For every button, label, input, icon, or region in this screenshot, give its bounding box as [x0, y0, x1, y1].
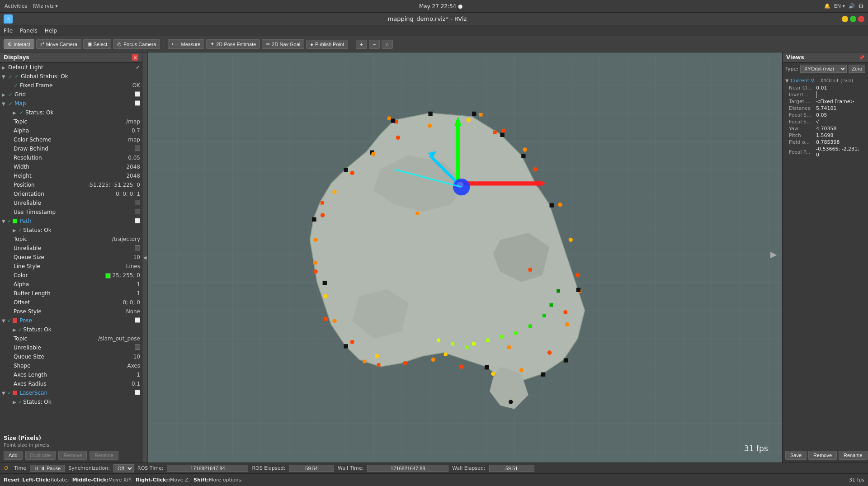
list-item[interactable]: Queue Size 10	[0, 253, 142, 262]
toolbar-plus-button[interactable]: +	[356, 40, 367, 49]
list-item[interactable]: ▶ Default Light ✓	[0, 63, 142, 72]
reset-label[interactable]: Reset	[4, 477, 19, 483]
checkbox[interactable]	[135, 209, 140, 214]
list-item[interactable]: ▼ ✓ Path	[0, 217, 142, 226]
list-item[interactable]: Queue Size 10	[0, 352, 142, 361]
publish-point-button[interactable]: ● Publish Point	[306, 40, 348, 49]
list-item[interactable]: Position -51.225; -51.225; 0	[0, 180, 142, 189]
viewport[interactable]: 31 fps ▶	[148, 52, 782, 462]
list-item[interactable]: ▶ ✓ Status: Ok	[0, 108, 142, 117]
expand-icon[interactable]: ▼	[2, 219, 7, 224]
panel-collapse-arrow[interactable]: ◀	[142, 52, 148, 462]
list-item[interactable]: Width 2048	[0, 162, 142, 171]
add-button[interactable]: Add	[4, 451, 23, 460]
list-item[interactable]: Color 25; 255; 0	[0, 271, 142, 280]
list-item[interactable]: Draw Behind	[0, 144, 142, 153]
pause-button[interactable]: ⏸ ⏸ Pause	[30, 465, 65, 472]
move-camera-button[interactable]: ⇄ Move Camera	[36, 39, 81, 49]
ros-time-field[interactable]	[167, 465, 248, 472]
interact-button[interactable]: ⊕ Interact	[4, 39, 34, 49]
list-item[interactable]: Pose Style None	[0, 307, 142, 316]
expand-icon[interactable]: ▶	[2, 65, 7, 70]
list-item[interactable]: Buffer Length 1	[0, 289, 142, 298]
list-item[interactable]: Unreliable	[0, 244, 142, 253]
views-rename-button[interactable]: Rename	[839, 451, 868, 460]
list-item[interactable]: ▶ ✓ Status: Ok	[0, 397, 142, 406]
list-item[interactable]: Alpha 0.7	[0, 126, 142, 135]
app-indicator[interactable]: RViz rviz ▾	[33, 3, 58, 9]
expand-icon[interactable]: ▶	[13, 327, 18, 332]
menu-file[interactable]: File	[4, 28, 13, 34]
menu-help[interactable]: Help	[45, 28, 57, 34]
toolbar-minus-button[interactable]: −	[369, 40, 380, 49]
checkbox[interactable]	[135, 317, 140, 323]
checkbox[interactable]	[135, 200, 140, 205]
checkbox[interactable]	[135, 344, 140, 350]
duplicate-button[interactable]: Duplicate	[25, 451, 56, 460]
displays-scroll[interactable]: ▶ Default Light ✓ ▼ ✓ ✓ Global Status: O…	[0, 63, 142, 432]
list-item[interactable]: Alpha 1	[0, 280, 142, 289]
focus-camera-button[interactable]: ◎ Focus Camera	[113, 39, 160, 49]
checkbox[interactable]	[816, 91, 817, 98]
checkbox[interactable]	[135, 245, 140, 250]
expand-icon[interactable]: ▼	[2, 391, 7, 396]
list-item[interactable]: ▶ ✓ Grid	[0, 90, 142, 99]
remove-button[interactable]: Remove	[58, 451, 87, 460]
list-item[interactable]: Use Timestamp	[0, 208, 142, 217]
list-item[interactable]: ▼ ✓ ✓ Global Status: Ok	[0, 72, 142, 81]
wall-elapsed-field[interactable]	[489, 465, 534, 472]
checkbox[interactable]	[135, 91, 140, 97]
list-item[interactable]: Topic /map	[0, 117, 142, 126]
list-item[interactable]: Orientation 0; 0; 0; 1	[0, 189, 142, 198]
checkbox[interactable]	[135, 100, 140, 106]
ros-elapsed-field[interactable]	[289, 465, 334, 472]
expand-icon[interactable]: ▼	[2, 318, 7, 323]
pose-estimate-button[interactable]: ✦ 2D Pose Estimate	[206, 39, 260, 49]
list-item[interactable]: Height 2048	[0, 171, 142, 180]
wall-time-field[interactable]	[367, 465, 448, 472]
views-zero-button[interactable]: Zero	[849, 65, 865, 73]
nav-goal-button[interactable]: ⇨ 2D Nav Goal	[262, 39, 304, 49]
list-item[interactable]: Line Style Lines	[0, 262, 142, 271]
list-item[interactable]: ✓ Fixed Frame OK	[0, 81, 142, 90]
list-item[interactable]: ▼ ✓ Pose	[0, 316, 142, 325]
list-item[interactable]: Offset 0; 0; 0	[0, 298, 142, 307]
toolbar-home-button[interactable]: ⌂	[382, 40, 393, 49]
close-button[interactable]	[858, 16, 864, 22]
list-item[interactable]: Axes Length 1	[0, 370, 142, 379]
list-item[interactable]: Topic /trajectory	[0, 235, 142, 244]
activities-label[interactable]: Activities	[5, 3, 27, 9]
list-item[interactable]: Resolution 0.05	[0, 153, 142, 162]
expand-icon[interactable]: ▶	[13, 228, 18, 233]
checkbox[interactable]	[135, 218, 140, 223]
list-item[interactable]: Topic /slam_out_pose	[0, 334, 142, 343]
list-item[interactable]: Shape Axes	[0, 361, 142, 370]
current-view-header[interactable]: ▼ Current V... XYOrbit (rviz)	[785, 77, 865, 85]
menu-panels[interactable]: Panels	[20, 28, 38, 34]
window-controls[interactable]	[842, 16, 864, 22]
list-item[interactable]: Axes Radius 0.1	[0, 379, 142, 388]
minimize-button[interactable]	[842, 16, 848, 22]
views-remove-button[interactable]: Remove	[808, 451, 837, 460]
list-item[interactable]: ▼ ✓ LaserScan	[0, 388, 142, 397]
expand-icon[interactable]: ▼	[2, 101, 7, 106]
list-item[interactable]: ▶ ✓ Status: Ok	[0, 325, 142, 334]
select-button[interactable]: ▣ Select	[83, 39, 112, 49]
checkbox[interactable]	[135, 390, 140, 395]
expand-icon[interactable]: ▶	[2, 92, 7, 97]
list-item[interactable]: Unreliable	[0, 198, 142, 208]
displays-close-button[interactable]: ✕	[132, 54, 138, 61]
maximize-button[interactable]	[850, 16, 856, 22]
list-item[interactable]: Unreliable	[0, 343, 142, 352]
checkbox[interactable]	[135, 146, 140, 151]
views-save-button[interactable]: Save	[785, 451, 807, 460]
list-item[interactable]: Color Scheme map	[0, 135, 142, 144]
expand-icon[interactable]: ▶	[13, 400, 18, 405]
expand-icon[interactable]: ▼	[2, 74, 7, 79]
expand-icon[interactable]: ▶	[13, 110, 18, 115]
list-item[interactable]: ▶ ✓ Status: Ok	[0, 226, 142, 235]
rename-button[interactable]: Rename	[90, 451, 118, 460]
sync-select[interactable]: Off	[113, 464, 134, 472]
list-item[interactable]: ▼ ✓ Map	[0, 99, 142, 108]
measure-button[interactable]: ⟵ Measure	[168, 39, 204, 49]
